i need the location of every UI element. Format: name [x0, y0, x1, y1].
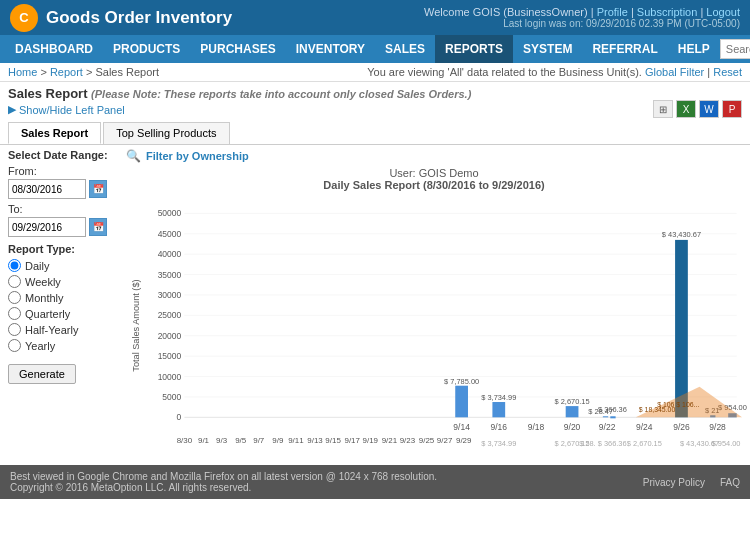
svg-text:$ 43,430.67: $ 43,430.67 — [662, 230, 701, 239]
bar-9-16 — [492, 402, 505, 417]
y-axis-label: Total Sales Amount ($) — [131, 279, 141, 371]
nav-help[interactable]: HELP — [668, 35, 720, 63]
svg-text:20000: 20000 — [158, 331, 182, 341]
svg-text:$ 366.36: $ 366.36 — [598, 405, 627, 414]
svg-text:$ 954.00: $ 954.00 — [712, 439, 741, 448]
to-calendar-icon[interactable]: 📅 — [89, 218, 107, 236]
tab-top-selling[interactable]: Top Selling Products — [103, 122, 229, 144]
bar-9-22a — [603, 416, 608, 417]
radio-daily[interactable]: Daily — [8, 259, 118, 272]
from-date-input[interactable] — [8, 179, 86, 199]
profile-link[interactable]: Profile — [597, 6, 628, 18]
reset-link[interactable]: Reset — [713, 66, 742, 78]
chart-container: Total Sales Amount ($) 0 5000 — [126, 193, 742, 453]
svg-text:9/13: 9/13 — [307, 436, 322, 445]
radio-weekly[interactable]: Weekly — [8, 275, 118, 288]
breadcrumb-report[interactable]: Report — [50, 66, 83, 78]
breadcrumb-home[interactable]: Home — [8, 66, 37, 78]
subscription-link[interactable]: Subscription — [637, 6, 698, 18]
footer-left: Best viewed in Google Chrome and Mozilla… — [10, 471, 437, 493]
filter-icon: 🔍 — [126, 149, 141, 163]
user-info: Welcome GOIS (BusinessOwner) | Profile |… — [424, 6, 740, 18]
svg-text:8/30: 8/30 — [177, 436, 193, 445]
svg-text:45000: 45000 — [158, 229, 182, 239]
nav-products[interactable]: PRODUCTS — [103, 35, 190, 63]
app-header: C Goods Order Inventory Welcome GOIS (Bu… — [0, 0, 750, 35]
breadcrumb-current: Sales Report — [95, 66, 159, 78]
date-range-label: Select Date Range: — [8, 149, 118, 161]
svg-text:9/18: 9/18 — [528, 422, 545, 432]
global-filter-link[interactable]: Global Filter — [645, 66, 704, 78]
to-date-row: 📅 — [8, 217, 118, 237]
bar-9-26 — [675, 240, 688, 417]
svg-text:9/25: 9/25 — [419, 436, 435, 445]
to-date-input[interactable] — [8, 217, 86, 237]
logout-link[interactable]: Logout — [706, 6, 740, 18]
radio-half-yearly[interactable]: Half-Yearly — [8, 323, 118, 336]
logo-letter: C — [19, 10, 28, 25]
svg-text:9/5: 9/5 — [235, 436, 247, 445]
filter-label[interactable]: Filter by Ownership — [146, 150, 249, 162]
svg-text:$ 7,785.00: $ 7,785.00 — [444, 377, 479, 386]
svg-text:9/20: 9/20 — [564, 422, 581, 432]
nav-system[interactable]: SYSTEM — [513, 35, 582, 63]
svg-text:9/15: 9/15 — [325, 436, 341, 445]
from-calendar-icon[interactable]: 📅 — [89, 180, 107, 198]
nav-dashboard[interactable]: DASHBOARD — [5, 35, 103, 63]
privacy-policy-link[interactable]: Privacy Policy — [643, 477, 705, 488]
bar-9-14 — [455, 386, 468, 418]
breadcrumb-path: Home > Report > Sales Report — [8, 66, 159, 78]
search-input[interactable] — [720, 39, 750, 59]
app-title: Goods Order Inventory — [46, 8, 424, 28]
svg-text:25000: 25000 — [158, 311, 182, 321]
svg-text:9/21: 9/21 — [382, 436, 397, 445]
svg-text:0: 0 — [177, 413, 182, 423]
svg-text:9/11: 9/11 — [288, 436, 303, 445]
search-area: 🔍 — [720, 39, 750, 59]
generate-button[interactable]: Generate — [8, 364, 76, 384]
word-icon-btn[interactable]: W — [699, 100, 719, 118]
tab-sales-report[interactable]: Sales Report — [8, 122, 101, 144]
chart-report-line: Daily Sales Report (8/30/2016 to 9/29/20… — [126, 179, 742, 191]
svg-text:9/7: 9/7 — [253, 436, 264, 445]
svg-text:9/29: 9/29 — [456, 436, 471, 445]
svg-text:9/23: 9/23 — [400, 436, 415, 445]
radio-monthly[interactable]: Monthly — [8, 291, 118, 304]
nav-reports[interactable]: REPORTS — [435, 35, 513, 63]
svg-text:50000: 50000 — [158, 209, 182, 219]
radio-yearly[interactable]: Yearly — [8, 339, 118, 352]
left-panel: Select Date Range: From: 📅 To: 📅 Report … — [8, 149, 118, 453]
pdf-icon-btn[interactable]: P — [722, 100, 742, 118]
chart-svg: Total Sales Amount ($) 0 5000 — [126, 193, 742, 453]
svg-text:30000: 30000 — [158, 290, 182, 300]
svg-text:10000: 10000 — [158, 372, 182, 382]
svg-text:9/28: 9/28 — [709, 422, 726, 432]
svg-text:9/19: 9/19 — [363, 436, 378, 445]
chart-area: 🔍 Filter by Ownership User: GOIS Demo Da… — [126, 149, 742, 453]
xls-icon-btn[interactable]: X — [676, 100, 696, 118]
viewing-text: You are viewing 'All' data related to th… — [367, 66, 642, 78]
grid-icon-btn[interactable]: ⊞ — [653, 100, 673, 118]
nav-referral[interactable]: REFERRAL — [582, 35, 667, 63]
svg-text:9/26: 9/26 — [673, 422, 690, 432]
triangle-icon: ▶ — [8, 103, 16, 116]
svg-text:$ 28. $ 366.36: $ 28. $ 366.36 — [579, 439, 626, 448]
svg-text:9/22: 9/22 — [599, 422, 616, 432]
nav-purchases[interactable]: PURCHASES — [190, 35, 285, 63]
breadcrumb: Home > Report > Sales Report You are vie… — [0, 63, 750, 82]
page-title: Sales Report (Please Note: These reports… — [8, 86, 742, 101]
nav-inventory[interactable]: INVENTORY — [286, 35, 375, 63]
svg-text:9/24: 9/24 — [636, 422, 653, 432]
svg-text:$ 2,670.15: $ 2,670.15 — [627, 439, 662, 448]
svg-text:$ 3,734.99: $ 3,734.99 — [481, 393, 516, 402]
svg-text:$ 3,734.99: $ 3,734.99 — [481, 439, 516, 448]
svg-text:35000: 35000 — [158, 270, 182, 280]
nav-sales[interactable]: SALES — [375, 35, 435, 63]
chart-title: User: GOIS Demo Daily Sales Report (8/30… — [126, 167, 742, 191]
radio-quarterly[interactable]: Quarterly — [8, 307, 118, 320]
show-hide-panel[interactable]: ▶ Show/Hide Left Panel — [8, 103, 125, 116]
faq-link[interactable]: FAQ — [720, 477, 740, 488]
svg-text:5000: 5000 — [162, 392, 181, 402]
svg-text:40000: 40000 — [158, 249, 182, 259]
svg-text:9/9: 9/9 — [272, 436, 283, 445]
